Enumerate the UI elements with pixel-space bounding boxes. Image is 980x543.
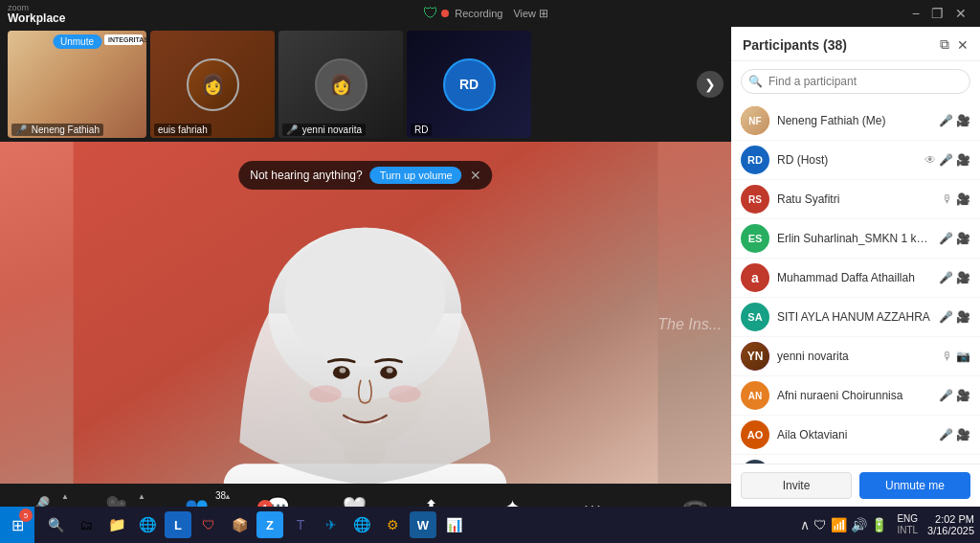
volume-icon[interactable]: 🔊 (851, 517, 867, 532)
teams-icon[interactable]: T (287, 511, 314, 538)
shield-tray-icon[interactable]: 🛡 (813, 517, 827, 532)
person-svg (0, 142, 731, 507)
participant-icons: 👁 🎤 🎥 (924, 153, 970, 167)
taskbar-icons: 🔍 🗂 📁 🌐 L 🛡 📦 Z T ✈ 🌐 ⚙ W 📊 (34, 511, 794, 538)
participant-name: Afni nuraeni Choirunnisa (777, 389, 931, 402)
avatar: YN (741, 342, 769, 371)
panel-title: Participants (38) (743, 37, 847, 53)
network-icon[interactable]: 📶 (831, 517, 847, 532)
main-video-area: INTEGRITAS Unmute 🎤 Neneng Fathiah 👩 eui… (0, 27, 731, 507)
search-box: 🔍 (741, 69, 970, 94)
participant-name: Aila Oktaviani (777, 428, 931, 441)
chrome-icon[interactable]: 🌐 (348, 511, 375, 538)
participant-row[interactable]: RS Ratu Syafitri 🎙 🎥 (731, 180, 980, 219)
strip-next-button[interactable]: ❯ (697, 71, 724, 98)
titlebar-right-buttons: − ❐ ✕ (906, 4, 972, 23)
banner-close-button[interactable]: ✕ (470, 168, 481, 183)
start-button[interactable]: ⊞ 5 (0, 507, 34, 543)
excel-icon[interactable]: 📊 (440, 511, 467, 538)
view-label[interactable]: View (513, 8, 536, 19)
participant-name: RD (Host) (777, 153, 917, 167)
word-icon[interactable]: L (165, 511, 191, 538)
task-view-icon[interactable]: 🗂 (73, 511, 100, 538)
taskbar: ⊞ 5 🔍 🗂 📁 🌐 L 🛡 📦 Z T ✈ 🌐 ⚙ W 📊 ∧ 🛡 📶 🔊 … (0, 507, 980, 543)
mic-icon: 🎤 (939, 271, 953, 284)
dropbox-icon[interactable]: 📦 (226, 511, 253, 538)
mic-icon: 🎤 (939, 428, 953, 441)
participant-name-yenni: 🎤 yenni novarita (282, 124, 366, 136)
avatar: AN (741, 381, 769, 410)
participant-icons: 🎙 🎥 (942, 192, 970, 206)
titlebar-left: zoom Workplace (8, 4, 65, 24)
restore-button[interactable]: ❐ (925, 4, 949, 23)
zoom-taskbar-icon[interactable]: Z (256, 511, 283, 538)
explorer-icon[interactable]: 📁 (103, 511, 130, 538)
panel-popout-button[interactable]: ⧉ (940, 36, 949, 53)
participant-strip: INTEGRITAS Unmute 🎤 Neneng Fathiah 👩 eui… (0, 27, 731, 142)
search-input[interactable] (741, 69, 970, 94)
participant-row[interactable]: SA SITI AYLA HANUM AZZAHRA 🎤 🎥 (731, 298, 980, 337)
unmute-button[interactable]: Unmute (53, 34, 101, 49)
avatar: SA (741, 303, 769, 331)
participant-thumb-neneng[interactable]: INTEGRITAS Unmute 🎤 Neneng Fathiah (8, 31, 146, 138)
tray-up-icon[interactable]: ∧ (800, 517, 810, 532)
search-taskbar-icon[interactable]: 🔍 (42, 511, 69, 538)
video-icon: 🎥 (956, 153, 970, 167)
panel-close-button[interactable]: ✕ (957, 37, 969, 53)
participant-name-neneng: 🎤 Neneng Fathiah (11, 124, 103, 136)
participant-row[interactable]: a Muhammad Daffa Athaillah 🎤 🎥 (731, 259, 980, 298)
video-background: The Ins... Not hearing anything? Turn up… (0, 142, 731, 507)
search-icon: 🔍 (748, 75, 763, 88)
participant-name: Muhammad Daffa Athaillah (777, 271, 931, 284)
participant-name-euis: euis fahriah (154, 124, 212, 136)
participant-thumb-euis[interactable]: 👩 euis fahriah (150, 31, 275, 138)
titlebar: zoom Workplace 🛡 Recording View ⊞ − ❐ ✕ (0, 0, 980, 27)
chrome2-icon[interactable]: ⚙ (379, 511, 406, 538)
close-button[interactable]: ✕ (949, 4, 972, 23)
mic-icon: 🎤 (939, 389, 953, 402)
video-icon: 🎥 (956, 310, 970, 324)
minimize-button[interactable]: − (906, 4, 925, 23)
participant-row[interactable]: AA Andhika aditya pratama XII-1 🎤 🎥 (731, 455, 980, 464)
language-indicator[interactable]: ENG INTL (893, 513, 922, 536)
svg-point-9 (340, 368, 346, 373)
participant-icons: 🎤 🎥 (939, 310, 970, 324)
avatar: RS (741, 185, 769, 214)
eye-icon: 👁 (924, 153, 936, 167)
video-icon: 🎥 (956, 271, 970, 284)
date-display: 3/16/2025 (927, 525, 974, 536)
participant-thumb-rd[interactable]: RD RD (407, 31, 531, 138)
not-hearing-banner: Not hearing anything? Turn up volume ✕ (238, 161, 492, 190)
participant-row[interactable]: ES Erlin Suharlinah_SMKN 1 kota S... 🎤 🎥 (731, 219, 980, 259)
avatar: RD (741, 146, 769, 174)
recording-label: Recording (455, 8, 502, 19)
participant-icons: 🎤 🎥 (939, 232, 970, 245)
video-caret[interactable]: ▲ (138, 492, 145, 501)
unmute-me-button[interactable]: Unmute me (859, 472, 970, 499)
start-badge: 5 (19, 509, 33, 522)
system-clock[interactable]: 2:02 PM 3/16/2025 (922, 513, 980, 536)
turn-up-volume-button[interactable]: Turn up volume (370, 167, 462, 184)
participant-row[interactable]: AO Aila Oktaviani 🎤 🎥 (731, 416, 980, 455)
edge-icon[interactable]: 🌐 (134, 511, 161, 538)
participants-caret[interactable]: ▲ (224, 492, 232, 501)
telegram-icon[interactable]: ✈ (318, 511, 345, 538)
watermark: The Ins... (657, 316, 722, 333)
participant-thumb-yenni[interactable]: 👩 🎤 yenni novarita (278, 31, 403, 138)
avatar: a (741, 263, 769, 292)
svg-point-12 (389, 385, 421, 402)
mcafee-icon[interactable]: 🛡 (195, 511, 222, 538)
participant-name: SITI AYLA HANUM AZZAHRA (777, 310, 931, 324)
participant-row[interactable]: RD RD (Host) 👁 🎤 🎥 (731, 141, 980, 180)
participant-row[interactable]: NF Neneng Fathiah (Me) 🎤 🎥 (731, 102, 980, 141)
svg-point-10 (387, 368, 393, 373)
mic-icon: 🎤 (939, 310, 953, 324)
panel-footer: Invite Unmute me (731, 464, 980, 507)
audio-caret[interactable]: ▲ (61, 492, 69, 501)
participant-row[interactable]: AN Afni nuraeni Choirunnisa 🎤 🎥 (731, 376, 980, 416)
participant-row[interactable]: YN yenni novarita 🎙 📷 (731, 337, 980, 376)
battery-icon[interactable]: 🔋 (871, 517, 887, 532)
invite-button[interactable]: Invite (741, 472, 852, 499)
word2-icon[interactable]: W (410, 511, 436, 538)
participant-name: yenni novarita (777, 350, 934, 363)
